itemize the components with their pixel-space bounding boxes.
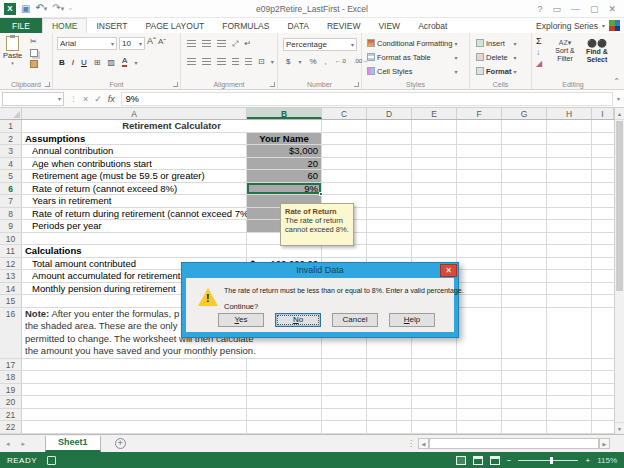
ribbon-display-options-icon[interactable]: ▭	[552, 4, 561, 14]
tab-insert[interactable]: INSERT	[87, 18, 136, 33]
select-all-corner[interactable]	[0, 108, 22, 119]
tab-data[interactable]: DATA	[278, 18, 317, 33]
copy-icon[interactable]	[30, 49, 38, 57]
cell-a9[interactable]: Periods per year	[22, 220, 247, 232]
collapse-ribbon-icon[interactable]: ⌃	[613, 77, 620, 86]
row-header-8[interactable]: 8	[0, 208, 22, 220]
insert-function-icon[interactable]: fx	[108, 94, 115, 104]
cell-styles-button[interactable]: Cell Styles▾	[367, 65, 457, 77]
cell-a19[interactable]	[22, 384, 247, 396]
cell-a17[interactable]	[22, 359, 247, 371]
accounting-format-icon[interactable]: $	[286, 57, 290, 66]
row-header-12[interactable]: 12	[0, 258, 22, 270]
no-button[interactable]: No	[275, 313, 321, 327]
column-header-E[interactable]: E	[412, 108, 457, 119]
cancel-entry-icon[interactable]: ×	[83, 94, 88, 104]
row-header-17[interactable]: 17	[0, 359, 22, 371]
row-header-1[interactable]: 1	[0, 120, 22, 132]
fill-color-icon[interactable]: ▨	[108, 58, 116, 67]
cell-b3[interactable]: $3,000	[247, 145, 322, 157]
align-middle-icon[interactable]	[202, 40, 211, 47]
cell-a10[interactable]	[22, 233, 247, 245]
macro-record-icon[interactable]	[47, 456, 56, 465]
percent-style-icon[interactable]: %	[309, 57, 316, 66]
close-icon[interactable]: ✕	[608, 4, 616, 14]
cell-a5[interactable]: Retirement age (must be 59.5 or greater)	[22, 170, 247, 182]
font-size-select[interactable]: 10▾	[119, 37, 145, 50]
normal-view-icon[interactable]	[456, 456, 466, 465]
cell-b18[interactable]	[247, 371, 322, 383]
help-icon[interactable]: ?	[537, 4, 542, 14]
underline-button[interactable]: U	[81, 58, 87, 67]
fill-icon[interactable]: ↓	[536, 48, 542, 57]
column-header-I[interactable]: I	[592, 108, 614, 119]
enter-entry-icon[interactable]: ✓	[94, 94, 102, 104]
cancel-button[interactable]: Cancel	[332, 313, 378, 327]
cell-a4[interactable]: Age when contributions start	[22, 158, 247, 170]
font-name-select[interactable]: Arial▾	[57, 37, 117, 50]
format-painter-icon[interactable]	[30, 60, 38, 68]
font-color-icon[interactable]: A	[122, 57, 127, 67]
cell-a20[interactable]	[22, 396, 247, 408]
scroll-up-icon[interactable]: ▲	[615, 108, 624, 120]
zoom-in-icon[interactable]: +	[585, 456, 590, 465]
vertical-scrollbar[interactable]: ▲ ▼	[614, 108, 624, 434]
page-layout-view-icon[interactable]	[473, 456, 483, 465]
italic-button[interactable]: I	[72, 58, 74, 67]
row-header-11[interactable]: 11	[0, 245, 22, 257]
customize-qat-icon[interactable]: ▫	[69, 5, 71, 12]
comma-style-icon[interactable]: ,	[325, 57, 327, 66]
minimize-icon[interactable]: ―	[571, 4, 580, 14]
cell-a7[interactable]: Years in retirement	[22, 195, 247, 207]
cell-b21[interactable]	[247, 409, 322, 421]
align-left-icon[interactable]	[187, 58, 196, 65]
cell-a3[interactable]: Annual contribution	[22, 145, 247, 157]
autosum-icon[interactable]: Σ	[536, 37, 542, 46]
cell-a22[interactable]	[22, 421, 247, 433]
align-top-icon[interactable]	[187, 40, 196, 47]
format-cells-button[interactable]: Format▾	[476, 65, 516, 77]
decrease-indent-icon[interactable]	[232, 58, 239, 65]
number-dialog-launcher[interactable]	[354, 82, 359, 87]
scroll-down-icon[interactable]: ▼	[615, 422, 624, 434]
avatar[interactable]	[609, 20, 620, 31]
find-select-button[interactable]: ⚫⚫ Find & Select	[582, 39, 612, 64]
bold-button[interactable]: B	[59, 58, 65, 67]
row-header-2[interactable]: 2	[0, 133, 22, 145]
row-header-20[interactable]: 20	[0, 396, 22, 408]
row-header-10[interactable]: 10	[0, 233, 22, 245]
row-header-22[interactable]: 22	[0, 421, 22, 433]
format-as-table-button[interactable]: Format as Table▾	[367, 51, 457, 63]
name-box[interactable]: ▾	[2, 92, 64, 106]
zoom-slider-thumb[interactable]	[550, 457, 553, 464]
row-header-19[interactable]: 19	[0, 384, 22, 396]
row-header-14[interactable]: 14	[0, 283, 22, 295]
horizontal-scrollbar[interactable]	[429, 438, 599, 449]
sheet-nav-prev-icon[interactable]: ◂	[0, 440, 16, 448]
zoom-level[interactable]: 115%	[597, 456, 617, 465]
row-header-15[interactable]: 15	[0, 295, 22, 307]
clear-icon[interactable]: ◢	[536, 59, 542, 68]
alignment-dialog-launcher[interactable]	[270, 82, 275, 87]
column-header-F[interactable]: F	[457, 108, 502, 119]
tab-formulas[interactable]: FORMULAS	[213, 18, 278, 33]
cell-a2[interactable]: Assumptions	[22, 133, 247, 145]
cell-b5[interactable]: 60	[247, 170, 322, 182]
zoom-out-icon[interactable]: −	[507, 456, 512, 465]
align-right-icon[interactable]	[217, 58, 226, 65]
cell-b4[interactable]: 20	[247, 158, 322, 170]
cell-a6[interactable]: Rate of return (cannot exceed 8%)	[22, 183, 247, 195]
tab-home[interactable]: HOME	[42, 18, 88, 33]
zoom-slider[interactable]	[518, 460, 578, 461]
row-header-5[interactable]: 5	[0, 170, 22, 182]
tab-acrobat[interactable]: Acrobat	[409, 18, 456, 33]
column-header-G[interactable]: G	[502, 108, 547, 119]
cell-b22[interactable]	[247, 421, 322, 433]
merge-center-icon[interactable]: ⊡	[258, 57, 265, 66]
grow-font-icon[interactable]: Aˆ	[147, 37, 156, 50]
align-center-icon[interactable]	[202, 58, 211, 65]
expand-formula-bar-icon[interactable]: ▾	[613, 95, 624, 102]
tab-review[interactable]: REVIEW	[318, 18, 370, 33]
cell-title[interactable]: Retirement Calculator	[22, 120, 322, 132]
row-header-9[interactable]: 9	[0, 220, 22, 232]
